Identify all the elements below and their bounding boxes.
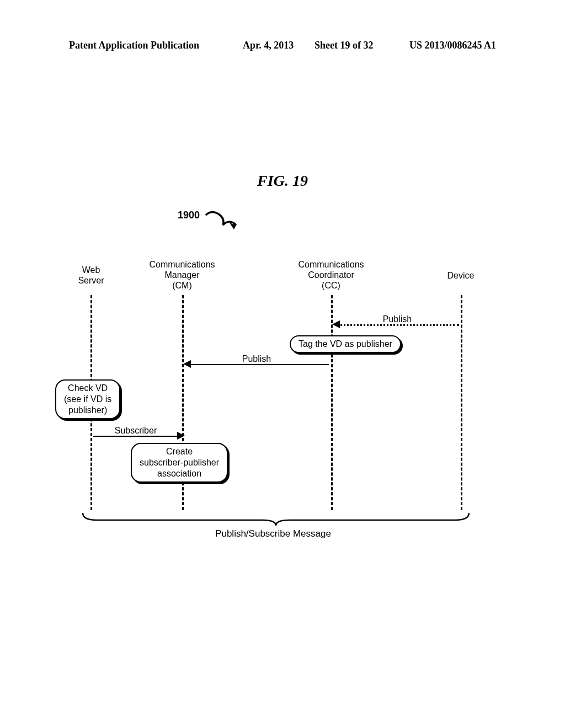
- arrowhead-right-icon: [177, 432, 185, 440]
- lifeline-cm: CommunicationsManager(CM): [138, 259, 226, 291]
- msg-line-publish-device-cc: [337, 324, 459, 326]
- brace-icon: [80, 510, 472, 527]
- lifeline-line-device: [461, 295, 462, 510]
- figure-title: FIG. 19: [0, 172, 565, 190]
- header-publication: Patent Application Publication: [69, 40, 199, 51]
- note-tag-publisher: Tag the VD as publisher: [290, 335, 401, 353]
- lifeline-device: Device: [433, 270, 488, 281]
- msg-label-publish2: Publish: [223, 354, 290, 364]
- arrowhead-left-icon: [183, 360, 191, 368]
- sequence-diagram: WebServer CommunicationsManager(CM) Comm…: [69, 259, 494, 540]
- arrowhead-left-icon: [332, 320, 340, 328]
- msg-line-subscriber: [93, 436, 178, 437]
- lifeline-cc: CommunicationsCoordinator(CC): [287, 259, 375, 291]
- note-create-association: Createsubscriber-publisherassociation: [131, 443, 228, 483]
- lifeline-web-server: WebServer: [63, 265, 119, 286]
- note-check-vd: Check VD(see if VD ispublisher): [55, 379, 120, 419]
- msg-label-subscriber: Subscriber: [100, 426, 172, 436]
- header-date: Apr. 4, 2013: [243, 40, 294, 51]
- header-pubnum: US 2013/0086245 A1: [409, 40, 496, 51]
- figure-ref-number: 1900: [178, 210, 200, 221]
- msg-label-publish1: Publish: [370, 314, 425, 324]
- msg-line-publish-cc-cm: [188, 364, 329, 365]
- ref-arrow-icon: [203, 208, 242, 233]
- brace-label: Publish/Subscribe Message: [69, 528, 477, 539]
- header-sheet: Sheet 19 of 32: [315, 40, 374, 51]
